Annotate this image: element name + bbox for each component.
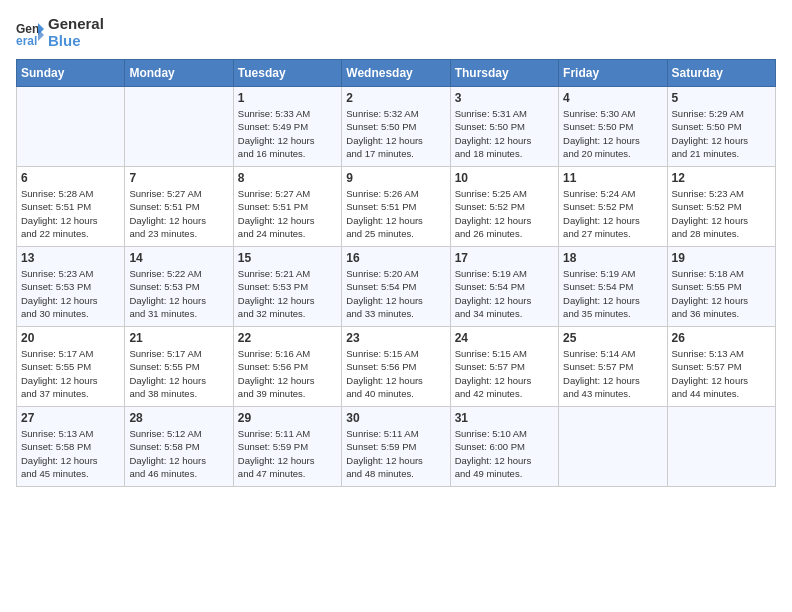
day-number: 26: [672, 331, 771, 345]
day-number: 20: [21, 331, 120, 345]
header-tuesday: Tuesday: [233, 60, 341, 87]
day-cell: 31Sunrise: 5:10 AM Sunset: 6:00 PM Dayli…: [450, 407, 558, 487]
day-info: Sunrise: 5:19 AM Sunset: 5:54 PM Dayligh…: [455, 267, 554, 320]
day-cell: 11Sunrise: 5:24 AM Sunset: 5:52 PM Dayli…: [559, 167, 667, 247]
day-cell: 9Sunrise: 5:26 AM Sunset: 5:51 PM Daylig…: [342, 167, 450, 247]
day-info: Sunrise: 5:33 AM Sunset: 5:49 PM Dayligh…: [238, 107, 337, 160]
week-row-2: 6Sunrise: 5:28 AM Sunset: 5:51 PM Daylig…: [17, 167, 776, 247]
day-number: 1: [238, 91, 337, 105]
day-cell: 18Sunrise: 5:19 AM Sunset: 5:54 PM Dayli…: [559, 247, 667, 327]
day-info: Sunrise: 5:15 AM Sunset: 5:57 PM Dayligh…: [455, 347, 554, 400]
calendar-body: 1Sunrise: 5:33 AM Sunset: 5:49 PM Daylig…: [17, 87, 776, 487]
day-cell: 4Sunrise: 5:30 AM Sunset: 5:50 PM Daylig…: [559, 87, 667, 167]
day-number: 14: [129, 251, 228, 265]
page-header: Gen eral General Blue: [16, 16, 776, 49]
day-info: Sunrise: 5:13 AM Sunset: 5:57 PM Dayligh…: [672, 347, 771, 400]
header-wednesday: Wednesday: [342, 60, 450, 87]
header-monday: Monday: [125, 60, 233, 87]
week-row-4: 20Sunrise: 5:17 AM Sunset: 5:55 PM Dayli…: [17, 327, 776, 407]
day-number: 16: [346, 251, 445, 265]
day-info: Sunrise: 5:14 AM Sunset: 5:57 PM Dayligh…: [563, 347, 662, 400]
day-cell: 30Sunrise: 5:11 AM Sunset: 5:59 PM Dayli…: [342, 407, 450, 487]
svg-text:eral: eral: [16, 34, 37, 47]
day-info: Sunrise: 5:27 AM Sunset: 5:51 PM Dayligh…: [129, 187, 228, 240]
day-cell: 26Sunrise: 5:13 AM Sunset: 5:57 PM Dayli…: [667, 327, 775, 407]
day-cell: 6Sunrise: 5:28 AM Sunset: 5:51 PM Daylig…: [17, 167, 125, 247]
week-row-5: 27Sunrise: 5:13 AM Sunset: 5:58 PM Dayli…: [17, 407, 776, 487]
day-info: Sunrise: 5:22 AM Sunset: 5:53 PM Dayligh…: [129, 267, 228, 320]
day-number: 2: [346, 91, 445, 105]
day-cell: 19Sunrise: 5:18 AM Sunset: 5:55 PM Dayli…: [667, 247, 775, 327]
day-cell: 14Sunrise: 5:22 AM Sunset: 5:53 PM Dayli…: [125, 247, 233, 327]
day-number: 19: [672, 251, 771, 265]
day-cell: 20Sunrise: 5:17 AM Sunset: 5:55 PM Dayli…: [17, 327, 125, 407]
day-number: 30: [346, 411, 445, 425]
day-cell: [17, 87, 125, 167]
day-info: Sunrise: 5:20 AM Sunset: 5:54 PM Dayligh…: [346, 267, 445, 320]
day-info: Sunrise: 5:17 AM Sunset: 5:55 PM Dayligh…: [21, 347, 120, 400]
week-row-1: 1Sunrise: 5:33 AM Sunset: 5:49 PM Daylig…: [17, 87, 776, 167]
calendar-header: SundayMondayTuesdayWednesdayThursdayFrid…: [17, 60, 776, 87]
day-cell: 8Sunrise: 5:27 AM Sunset: 5:51 PM Daylig…: [233, 167, 341, 247]
header-sunday: Sunday: [17, 60, 125, 87]
day-cell: [667, 407, 775, 487]
day-number: 8: [238, 171, 337, 185]
day-number: 6: [21, 171, 120, 185]
day-number: 29: [238, 411, 337, 425]
day-cell: 1Sunrise: 5:33 AM Sunset: 5:49 PM Daylig…: [233, 87, 341, 167]
day-number: 3: [455, 91, 554, 105]
day-cell: 2Sunrise: 5:32 AM Sunset: 5:50 PM Daylig…: [342, 87, 450, 167]
day-info: Sunrise: 5:10 AM Sunset: 6:00 PM Dayligh…: [455, 427, 554, 480]
day-info: Sunrise: 5:17 AM Sunset: 5:55 PM Dayligh…: [129, 347, 228, 400]
day-number: 7: [129, 171, 228, 185]
day-number: 25: [563, 331, 662, 345]
day-cell: [559, 407, 667, 487]
day-info: Sunrise: 5:11 AM Sunset: 5:59 PM Dayligh…: [346, 427, 445, 480]
logo-icon: Gen eral: [16, 19, 44, 47]
day-info: Sunrise: 5:11 AM Sunset: 5:59 PM Dayligh…: [238, 427, 337, 480]
day-cell: 24Sunrise: 5:15 AM Sunset: 5:57 PM Dayli…: [450, 327, 558, 407]
day-number: 13: [21, 251, 120, 265]
day-cell: [125, 87, 233, 167]
day-cell: 13Sunrise: 5:23 AM Sunset: 5:53 PM Dayli…: [17, 247, 125, 327]
header-thursday: Thursday: [450, 60, 558, 87]
day-cell: 16Sunrise: 5:20 AM Sunset: 5:54 PM Dayli…: [342, 247, 450, 327]
day-info: Sunrise: 5:23 AM Sunset: 5:53 PM Dayligh…: [21, 267, 120, 320]
day-info: Sunrise: 5:29 AM Sunset: 5:50 PM Dayligh…: [672, 107, 771, 160]
calendar-table: SundayMondayTuesdayWednesdayThursdayFrid…: [16, 59, 776, 487]
logo: Gen eral General Blue: [16, 16, 104, 49]
day-cell: 25Sunrise: 5:14 AM Sunset: 5:57 PM Dayli…: [559, 327, 667, 407]
day-info: Sunrise: 5:25 AM Sunset: 5:52 PM Dayligh…: [455, 187, 554, 240]
header-friday: Friday: [559, 60, 667, 87]
day-cell: 17Sunrise: 5:19 AM Sunset: 5:54 PM Dayli…: [450, 247, 558, 327]
day-info: Sunrise: 5:19 AM Sunset: 5:54 PM Dayligh…: [563, 267, 662, 320]
day-number: 18: [563, 251, 662, 265]
day-info: Sunrise: 5:21 AM Sunset: 5:53 PM Dayligh…: [238, 267, 337, 320]
day-number: 24: [455, 331, 554, 345]
day-cell: 27Sunrise: 5:13 AM Sunset: 5:58 PM Dayli…: [17, 407, 125, 487]
header-saturday: Saturday: [667, 60, 775, 87]
day-number: 11: [563, 171, 662, 185]
day-cell: 22Sunrise: 5:16 AM Sunset: 5:56 PM Dayli…: [233, 327, 341, 407]
day-info: Sunrise: 5:30 AM Sunset: 5:50 PM Dayligh…: [563, 107, 662, 160]
day-number: 21: [129, 331, 228, 345]
day-number: 27: [21, 411, 120, 425]
day-cell: 5Sunrise: 5:29 AM Sunset: 5:50 PM Daylig…: [667, 87, 775, 167]
day-cell: 29Sunrise: 5:11 AM Sunset: 5:59 PM Dayli…: [233, 407, 341, 487]
day-cell: 21Sunrise: 5:17 AM Sunset: 5:55 PM Dayli…: [125, 327, 233, 407]
day-info: Sunrise: 5:16 AM Sunset: 5:56 PM Dayligh…: [238, 347, 337, 400]
day-info: Sunrise: 5:23 AM Sunset: 5:52 PM Dayligh…: [672, 187, 771, 240]
logo-general: General: [48, 16, 104, 33]
day-cell: 23Sunrise: 5:15 AM Sunset: 5:56 PM Dayli…: [342, 327, 450, 407]
day-number: 10: [455, 171, 554, 185]
day-info: Sunrise: 5:26 AM Sunset: 5:51 PM Dayligh…: [346, 187, 445, 240]
day-number: 5: [672, 91, 771, 105]
day-info: Sunrise: 5:15 AM Sunset: 5:56 PM Dayligh…: [346, 347, 445, 400]
day-cell: 28Sunrise: 5:12 AM Sunset: 5:58 PM Dayli…: [125, 407, 233, 487]
day-number: 22: [238, 331, 337, 345]
day-cell: 10Sunrise: 5:25 AM Sunset: 5:52 PM Dayli…: [450, 167, 558, 247]
day-cell: 7Sunrise: 5:27 AM Sunset: 5:51 PM Daylig…: [125, 167, 233, 247]
day-info: Sunrise: 5:27 AM Sunset: 5:51 PM Dayligh…: [238, 187, 337, 240]
week-row-3: 13Sunrise: 5:23 AM Sunset: 5:53 PM Dayli…: [17, 247, 776, 327]
day-number: 28: [129, 411, 228, 425]
